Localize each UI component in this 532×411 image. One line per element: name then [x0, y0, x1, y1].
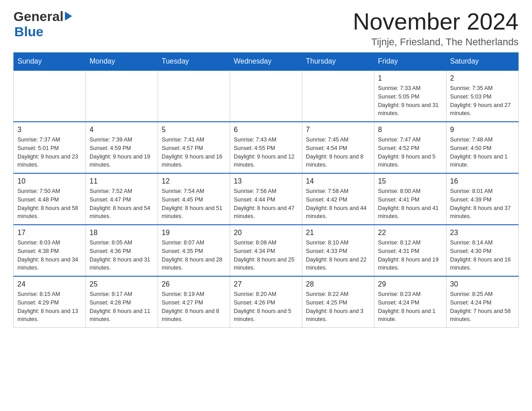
day-number: 6	[234, 126, 298, 134]
calendar-cell: 18Sunrise: 8:05 AMSunset: 4:36 PMDayligh…	[86, 225, 158, 276]
calendar-cell: 2Sunrise: 7:35 AMSunset: 5:03 PMDaylight…	[446, 70, 519, 122]
day-number: 8	[378, 126, 442, 134]
day-number: 25	[90, 280, 154, 288]
day-info: Sunrise: 8:20 AMSunset: 4:26 PMDaylight:…	[234, 290, 298, 324]
calendar-header-wednesday: Wednesday	[230, 53, 302, 71]
logo-general-text: General	[13, 9, 64, 24]
calendar-header-row: SundayMondayTuesdayWednesdayThursdayFrid…	[14, 53, 519, 71]
calendar-cell: 13Sunrise: 7:56 AMSunset: 4:44 PMDayligh…	[230, 173, 302, 225]
calendar-cell: 30Sunrise: 8:25 AMSunset: 4:24 PMDayligh…	[446, 276, 519, 328]
title-block: November 2024 Tijnje, Friesland, The Net…	[353, 9, 519, 48]
calendar-cell: 14Sunrise: 7:58 AMSunset: 4:42 PMDayligh…	[302, 173, 374, 225]
logo-blue-text: Blue	[14, 24, 43, 39]
day-number: 19	[162, 229, 226, 237]
calendar-cell: 28Sunrise: 8:22 AMSunset: 4:25 PMDayligh…	[302, 276, 374, 328]
day-number: 4	[90, 126, 154, 134]
calendar-cell: 11Sunrise: 7:52 AMSunset: 4:47 PMDayligh…	[86, 173, 158, 225]
day-info: Sunrise: 7:54 AMSunset: 4:45 PMDaylight:…	[162, 187, 226, 221]
day-number: 24	[17, 280, 82, 288]
day-number: 1	[378, 74, 442, 82]
day-number: 22	[378, 229, 442, 237]
day-info: Sunrise: 7:35 AMSunset: 5:03 PMDaylight:…	[450, 84, 515, 118]
day-info: Sunrise: 7:56 AMSunset: 4:44 PMDaylight:…	[234, 187, 298, 221]
calendar-cell: 1Sunrise: 7:33 AMSunset: 5:05 PMDaylight…	[374, 70, 446, 122]
calendar-week-row: 1Sunrise: 7:33 AMSunset: 5:05 PMDaylight…	[14, 70, 519, 122]
day-info: Sunrise: 8:03 AMSunset: 4:38 PMDaylight:…	[17, 239, 82, 272]
day-info: Sunrise: 8:23 AMSunset: 4:24 PMDaylight:…	[378, 290, 442, 324]
day-number: 2	[450, 74, 515, 82]
day-info: Sunrise: 8:15 AMSunset: 4:29 PMDaylight:…	[17, 290, 82, 324]
day-info: Sunrise: 7:52 AMSunset: 4:47 PMDaylight:…	[90, 187, 154, 221]
calendar-cell: 21Sunrise: 8:10 AMSunset: 4:33 PMDayligh…	[302, 225, 374, 276]
day-number: 17	[17, 229, 82, 237]
day-info: Sunrise: 7:43 AMSunset: 4:55 PMDaylight:…	[234, 136, 298, 169]
calendar-header-tuesday: Tuesday	[158, 53, 230, 71]
calendar-table: SundayMondayTuesdayWednesdayThursdayFrid…	[13, 52, 519, 328]
day-info: Sunrise: 8:12 AMSunset: 4:31 PMDaylight:…	[378, 239, 442, 272]
calendar-week-row: 10Sunrise: 7:50 AMSunset: 4:48 PMDayligh…	[14, 173, 519, 225]
calendar-week-row: 3Sunrise: 7:37 AMSunset: 5:01 PMDaylight…	[14, 122, 519, 173]
day-number: 9	[450, 126, 515, 134]
calendar-cell: 27Sunrise: 8:20 AMSunset: 4:26 PMDayligh…	[230, 276, 302, 328]
calendar-cell: 5Sunrise: 7:41 AMSunset: 4:57 PMDaylight…	[158, 122, 230, 173]
day-info: Sunrise: 8:14 AMSunset: 4:30 PMDaylight:…	[450, 239, 515, 272]
day-info: Sunrise: 8:10 AMSunset: 4:33 PMDaylight:…	[306, 239, 370, 272]
calendar-cell: 23Sunrise: 8:14 AMSunset: 4:30 PMDayligh…	[446, 225, 519, 276]
day-number: 16	[450, 177, 515, 185]
day-info: Sunrise: 8:17 AMSunset: 4:28 PMDaylight:…	[90, 290, 154, 324]
calendar-cell: 20Sunrise: 8:08 AMSunset: 4:34 PMDayligh…	[230, 225, 302, 276]
day-number: 21	[306, 229, 370, 237]
day-number: 15	[378, 177, 442, 185]
location-subtitle: Tijnje, Friesland, The Netherlands	[353, 36, 519, 48]
day-info: Sunrise: 8:22 AMSunset: 4:25 PMDaylight:…	[306, 290, 370, 324]
day-number: 23	[450, 229, 515, 237]
calendar-cell: 25Sunrise: 8:17 AMSunset: 4:28 PMDayligh…	[86, 276, 158, 328]
day-info: Sunrise: 7:47 AMSunset: 4:52 PMDaylight:…	[378, 136, 442, 169]
page-header: General Blue November 2024 Tijnje, Fries…	[13, 9, 519, 48]
calendar-cell: 12Sunrise: 7:54 AMSunset: 4:45 PMDayligh…	[158, 173, 230, 225]
day-number: 13	[234, 177, 298, 185]
day-info: Sunrise: 8:25 AMSunset: 4:24 PMDaylight:…	[450, 290, 515, 324]
calendar-week-row: 24Sunrise: 8:15 AMSunset: 4:29 PMDayligh…	[14, 276, 519, 328]
day-number: 28	[306, 280, 370, 288]
day-number: 30	[450, 280, 515, 288]
calendar-cell: 17Sunrise: 8:03 AMSunset: 4:38 PMDayligh…	[14, 225, 86, 276]
calendar-cell: 26Sunrise: 8:19 AMSunset: 4:27 PMDayligh…	[158, 276, 230, 328]
day-info: Sunrise: 7:41 AMSunset: 4:57 PMDaylight:…	[162, 136, 226, 169]
day-number: 18	[90, 229, 154, 237]
calendar-cell: 10Sunrise: 7:50 AMSunset: 4:48 PMDayligh…	[14, 173, 86, 225]
calendar-cell: 4Sunrise: 7:39 AMSunset: 4:59 PMDaylight…	[86, 122, 158, 173]
day-number: 7	[306, 126, 370, 134]
day-number: 11	[90, 177, 154, 185]
day-info: Sunrise: 8:00 AMSunset: 4:41 PMDaylight:…	[378, 187, 442, 221]
day-info: Sunrise: 8:19 AMSunset: 4:27 PMDaylight:…	[162, 290, 226, 324]
day-number: 27	[234, 280, 298, 288]
day-info: Sunrise: 7:58 AMSunset: 4:42 PMDaylight:…	[306, 187, 370, 221]
calendar-cell: 22Sunrise: 8:12 AMSunset: 4:31 PMDayligh…	[374, 225, 446, 276]
calendar-cell: 19Sunrise: 8:07 AMSunset: 4:35 PMDayligh…	[158, 225, 230, 276]
calendar-cell: 16Sunrise: 8:01 AMSunset: 4:39 PMDayligh…	[446, 173, 519, 225]
logo: General Blue	[13, 9, 72, 39]
calendar-cell	[14, 70, 86, 122]
logo-arrow-icon	[65, 12, 72, 21]
day-number: 14	[306, 177, 370, 185]
calendar-cell	[230, 70, 302, 122]
calendar-cell: 7Sunrise: 7:45 AMSunset: 4:54 PMDaylight…	[302, 122, 374, 173]
day-info: Sunrise: 8:07 AMSunset: 4:35 PMDaylight:…	[162, 239, 226, 272]
day-info: Sunrise: 7:37 AMSunset: 5:01 PMDaylight:…	[17, 136, 82, 169]
day-info: Sunrise: 7:39 AMSunset: 4:59 PMDaylight:…	[90, 136, 154, 169]
day-number: 3	[17, 126, 82, 134]
day-number: 29	[378, 280, 442, 288]
month-title: November 2024	[353, 9, 519, 34]
calendar-header-friday: Friday	[374, 53, 446, 71]
calendar-cell	[86, 70, 158, 122]
day-info: Sunrise: 8:01 AMSunset: 4:39 PMDaylight:…	[450, 187, 515, 221]
day-info: Sunrise: 8:05 AMSunset: 4:36 PMDaylight:…	[90, 239, 154, 272]
calendar-header-saturday: Saturday	[446, 53, 519, 71]
day-number: 10	[17, 177, 82, 185]
day-number: 5	[162, 126, 226, 134]
calendar-header-thursday: Thursday	[302, 53, 374, 71]
calendar-cell: 3Sunrise: 7:37 AMSunset: 5:01 PMDaylight…	[14, 122, 86, 173]
day-number: 26	[162, 280, 226, 288]
calendar-cell	[302, 70, 374, 122]
